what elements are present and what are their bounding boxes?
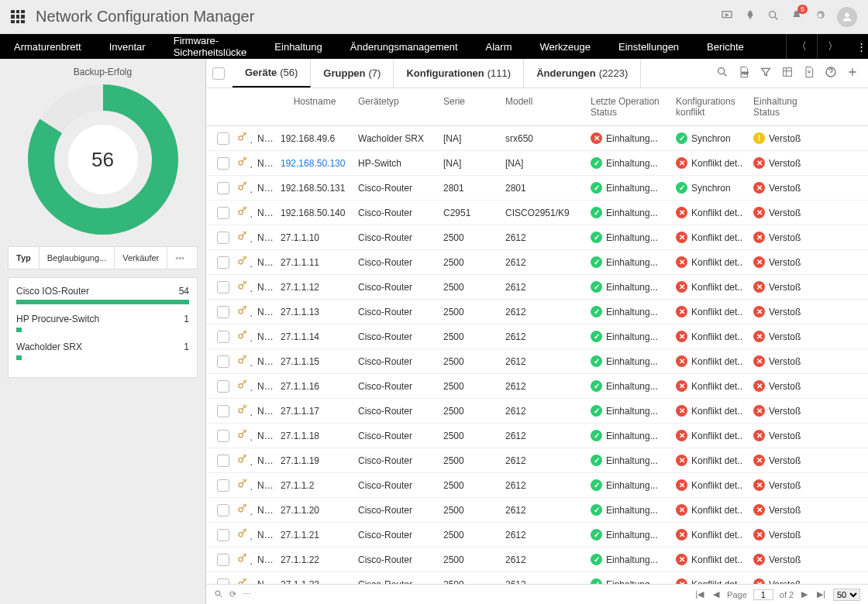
row-checkbox[interactable]: [217, 207, 229, 219]
row-checkbox[interactable]: [217, 380, 229, 393]
table-row[interactable]: N... 27.1.1.12 Cisco-Router 2500 2612 ✓E…: [206, 275, 868, 300]
row-checkbox[interactable]: [217, 455, 229, 467]
row-checkbox[interactable]: [217, 430, 229, 442]
cell-type: Cisco-Router: [353, 455, 439, 466]
row-checkbox[interactable]: [217, 157, 229, 170]
page-first[interactable]: |◀: [694, 589, 705, 599]
columns-icon[interactable]: [781, 66, 794, 81]
tab-konfigurationen[interactable]: Konfigurationen (111): [394, 59, 524, 88]
col-serie[interactable]: Serie: [439, 93, 501, 110]
row-checkbox[interactable]: [217, 554, 229, 566]
table-row[interactable]: N... 27.1.1.11 Cisco-Router 2500 2612 ✓E…: [206, 250, 868, 275]
table-row[interactable]: N... 27.1.1.14 Cisco-Router 2500 2612 ✓E…: [206, 324, 868, 349]
menu-more[interactable]: ⋮: [848, 34, 868, 59]
table-row[interactable]: N... 27.1.1.23 Cisco-Router 2500 2612 ✓E…: [206, 572, 868, 584]
col-type[interactable]: Gerätetyp: [353, 93, 439, 110]
filter-icon[interactable]: [760, 66, 772, 81]
status-dot: ✓: [591, 281, 602, 293]
status-dot: ✕: [753, 578, 765, 584]
cell-conflict: ✕Konflikt det..: [671, 232, 749, 243]
tab-geräte[interactable]: Geräte (56): [232, 59, 311, 88]
presentation-icon[interactable]: [721, 9, 733, 24]
table-row[interactable]: N... 27.1.1.16 Cisco-Router 2500 2612 ✓E…: [206, 374, 868, 399]
row-checkbox[interactable]: [217, 132, 229, 145]
nav-prev[interactable]: 〈: [786, 34, 817, 59]
table-row[interactable]: N... 27.1.1.2 Cisco-Router 2500 2612 ✓Ei…: [206, 473, 868, 498]
menu-inventar[interactable]: Inventar: [95, 34, 160, 59]
table-row[interactable]: N... 27.1.1.17 Cisco-Router 2500 2612 ✓E…: [206, 399, 868, 424]
menu-änderungsmanagement[interactable]: Änderungsmanagement: [336, 34, 472, 59]
tab-änderungen[interactable]: Änderungen (2223): [524, 59, 641, 88]
export-icon[interactable]: [803, 66, 815, 81]
table-row[interactable]: N... 27.1.1.20 Cisco-Router 2500 2612 ✓E…: [206, 498, 868, 523]
select-all-checkbox[interactable]: [212, 67, 225, 80]
row-checkbox[interactable]: [217, 578, 229, 585]
cell-ip[interactable]: 192.168.50.130: [276, 158, 353, 169]
table-row[interactable]: N... 192.168.50.140 Cisco-Router C2951 C…: [206, 201, 868, 225]
avatar[interactable]: [837, 7, 857, 27]
table-row[interactable]: N... 27.1.1.15 Cisco-Router 2500 2612 ✓E…: [206, 349, 868, 374]
row-checkbox[interactable]: [217, 256, 229, 269]
col-model[interactable]: Modell: [501, 93, 586, 110]
page-next[interactable]: ▶: [800, 589, 809, 599]
table-row[interactable]: N... 27.1.1.18 Cisco-Router 2500 2612 ✓E…: [206, 424, 868, 448]
menu-einhaltung[interactable]: Einhaltung: [260, 34, 336, 59]
add-icon[interactable]: [846, 66, 859, 81]
row-checkbox[interactable]: [217, 306, 229, 318]
menu-alarm[interactable]: Alarm: [472, 34, 526, 59]
refresh-icon[interactable]: ⟳: [229, 589, 236, 599]
side-tab-0[interactable]: Typ: [9, 247, 40, 269]
search-icon[interactable]: [716, 66, 728, 81]
col-compliance[interactable]: Einhaltung Status: [749, 93, 818, 121]
table-row[interactable]: N... 27.1.1.22 Cisco-Router 2500 2612 ✓E…: [206, 547, 868, 572]
apps-icon[interactable]: [11, 10, 25, 24]
table-row[interactable]: N... 192.168.49.6 Wacholder SRX [NA] srx…: [206, 126, 868, 151]
page-input[interactable]: [753, 589, 773, 600]
row-checkbox[interactable]: [217, 405, 229, 417]
cell-ip: 27.1.1.17: [276, 406, 353, 417]
page-size[interactable]: 50: [833, 589, 860, 601]
tab-gruppen[interactable]: Gruppen (7): [311, 59, 394, 88]
table-row[interactable]: N... 192.168.50.130 HP-Switch [NA] [NA] …: [206, 151, 868, 176]
row-checkbox[interactable]: [217, 281, 229, 293]
table-row[interactable]: N... 27.1.1.21 Cisco-Router 2500 2612 ✓E…: [206, 523, 868, 547]
page-last[interactable]: ▶|: [815, 589, 827, 599]
bell-icon[interactable]: 5: [790, 9, 803, 24]
row-checkbox[interactable]: [217, 331, 229, 343]
settings-icon[interactable]: ⋯: [243, 589, 251, 599]
row-checkbox[interactable]: [217, 479, 229, 492]
row-checkbox[interactable]: [217, 182, 229, 194]
menu-berichte[interactable]: Berichte: [693, 34, 758, 59]
type-row[interactable]: Cisco IOS-Router54: [16, 286, 189, 304]
search-icon[interactable]: [767, 9, 780, 24]
col-hostname[interactable]: Hostname: [276, 93, 353, 110]
side-tab-1[interactable]: Beglaubigung...: [40, 247, 115, 269]
menu-firmware-sicherheitslücke[interactable]: Firmware-Sicherheitslücke: [160, 34, 261, 59]
table-row[interactable]: N... 192.168.50.131 Cisco-Router 2801 28…: [206, 176, 868, 201]
col-conflict[interactable]: Konfigurations konflikt: [671, 93, 749, 121]
help-icon[interactable]: [825, 66, 837, 81]
nav-next[interactable]: 〉: [817, 34, 848, 59]
status-dot: ✕: [676, 306, 687, 317]
pdf-icon[interactable]: PDF: [738, 66, 750, 81]
cell-compliance: ✕Verstoß: [749, 306, 818, 317]
side-tab-more[interactable]: •••: [167, 247, 191, 269]
type-row[interactable]: Wacholder SRX1: [16, 341, 189, 360]
menu-werkzeuge[interactable]: Werkzeuge: [526, 34, 605, 59]
search-icon[interactable]: [214, 589, 223, 600]
side-tab-2[interactable]: Verkäufer: [115, 247, 167, 269]
table-row[interactable]: N... 27.1.1.10 Cisco-Router 2500 2612 ✓E…: [206, 225, 868, 250]
type-row[interactable]: HP Procurve-Switch1: [16, 314, 189, 332]
row-checkbox[interactable]: [217, 232, 229, 244]
rocket-icon[interactable]: [744, 9, 756, 24]
table-row[interactable]: N... 27.1.1.13 Cisco-Router 2500 2612 ✓E…: [206, 300, 868, 324]
menu-einstellungen[interactable]: Einstellungen: [604, 34, 693, 59]
row-checkbox[interactable]: [217, 355, 229, 368]
row-checkbox[interactable]: [217, 529, 229, 541]
col-opstatus[interactable]: Letzte Operation Status: [586, 93, 671, 121]
gear-icon[interactable]: [814, 9, 826, 24]
row-checkbox[interactable]: [217, 504, 229, 516]
menu-armaturenbrett[interactable]: Armaturenbrett: [0, 34, 95, 59]
table-row[interactable]: N... 27.1.1.19 Cisco-Router 2500 2612 ✓E…: [206, 448, 868, 473]
page-prev[interactable]: ◀: [711, 589, 721, 599]
